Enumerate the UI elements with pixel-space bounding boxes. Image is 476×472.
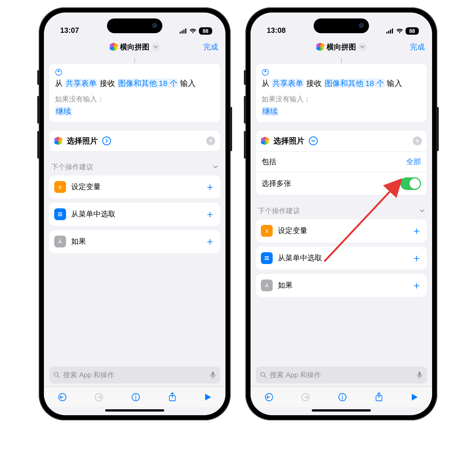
select-photos-action[interactable]: 选择照片 包括 全部 选择多张 bbox=[256, 131, 427, 195]
mic-icon[interactable] bbox=[417, 371, 422, 379]
suggestion-set-variable[interactable]: x 设定变量 ＋ bbox=[49, 176, 220, 198]
share-button[interactable] bbox=[375, 392, 383, 402]
input-icon bbox=[55, 69, 62, 76]
photos-app-icon bbox=[261, 137, 269, 145]
search-input[interactable]: 搜索 App 和操作 bbox=[49, 367, 220, 384]
shortcut-title-text: 横向拼图 bbox=[327, 42, 356, 52]
variable-icon: x bbox=[54, 181, 66, 193]
wifi-icon bbox=[189, 28, 197, 34]
info-button[interactable] bbox=[131, 392, 141, 402]
no-input-action-token[interactable]: 继续 bbox=[55, 107, 72, 116]
include-value[interactable]: 全部 bbox=[406, 157, 421, 167]
svg-rect-2 bbox=[183, 30, 184, 34]
search-placeholder: 搜索 App 和操作 bbox=[63, 370, 207, 380]
suggestions-header[interactable]: 下个操作建议 bbox=[256, 195, 427, 219]
add-icon[interactable]: ＋ bbox=[205, 207, 215, 221]
share-sheet-token[interactable]: 共享表单 bbox=[272, 79, 304, 88]
collapse-action-icon[interactable] bbox=[309, 136, 318, 145]
svg-rect-0 bbox=[180, 32, 181, 34]
chevron-down-icon[interactable] bbox=[358, 43, 366, 51]
shortcut-input-block[interactable]: 从 共享表单 接收 图像和其他 18 个 输入 如果没有输入： 继续 bbox=[49, 63, 220, 122]
redo-button bbox=[94, 392, 104, 402]
dynamic-island bbox=[314, 18, 369, 33]
home-indicator bbox=[312, 409, 371, 412]
run-button[interactable] bbox=[204, 393, 212, 401]
menu-icon bbox=[261, 252, 273, 264]
cellular-icon bbox=[386, 28, 394, 34]
bottom-toolbar bbox=[44, 386, 225, 407]
done-button[interactable]: 完成 bbox=[410, 42, 425, 52]
svg-rect-20 bbox=[265, 258, 269, 258]
no-input-action-token[interactable]: 继续 bbox=[262, 107, 279, 116]
select-photos-action[interactable]: 选择照片 bbox=[49, 131, 220, 151]
redo-button bbox=[301, 392, 310, 402]
flow-connector bbox=[134, 58, 135, 63]
action-title: 选择照片 bbox=[273, 136, 304, 146]
phone-right: 13:08 88 横向拼图 完成 bbox=[245, 7, 437, 420]
suggestion-choose-from-menu[interactable]: 从菜单中选取 ＋ bbox=[49, 203, 220, 226]
suggestion-set-variable[interactable]: x 设定变量 ＋ bbox=[256, 219, 427, 242]
include-option-row[interactable]: 包括 全部 bbox=[256, 151, 427, 172]
suggestion-if[interactable]: 如果 ＋ bbox=[256, 274, 427, 297]
search-icon bbox=[54, 372, 60, 378]
add-icon[interactable]: ＋ bbox=[411, 278, 422, 292]
branch-icon bbox=[54, 236, 66, 247]
suggestions-header[interactable]: 下个操作建议 bbox=[49, 151, 220, 176]
input-types-token[interactable]: 图像和其他 18 个 bbox=[117, 79, 178, 88]
share-sheet-token[interactable]: 共享表单 bbox=[65, 79, 97, 88]
cellular-icon bbox=[180, 28, 187, 34]
undo-button[interactable] bbox=[264, 392, 274, 402]
undo-button[interactable] bbox=[58, 392, 67, 402]
menu-icon bbox=[54, 208, 66, 220]
battery-level: 88 bbox=[199, 27, 212, 35]
home-indicator bbox=[105, 409, 164, 412]
svg-point-22 bbox=[261, 372, 265, 376]
mic-icon[interactable] bbox=[210, 371, 216, 379]
nav-bar: 横向拼图 完成 bbox=[44, 37, 225, 57]
dynamic-island bbox=[107, 18, 162, 33]
share-button[interactable] bbox=[168, 392, 177, 402]
search-icon bbox=[260, 372, 267, 378]
wifi-icon bbox=[396, 28, 403, 34]
shortcut-title[interactable]: 横向拼图 bbox=[316, 42, 366, 52]
svg-point-7 bbox=[54, 372, 58, 376]
delete-action-icon[interactable] bbox=[206, 136, 215, 145]
svg-rect-3 bbox=[185, 28, 186, 34]
select-multiple-toggle[interactable] bbox=[400, 177, 421, 190]
status-time: 13:08 bbox=[267, 26, 286, 35]
select-multiple-row[interactable]: 选择多张 bbox=[256, 172, 427, 195]
svg-rect-23 bbox=[418, 372, 421, 376]
info-button[interactable] bbox=[338, 392, 347, 402]
svg-rect-21 bbox=[265, 259, 269, 260]
add-icon[interactable]: ＋ bbox=[205, 180, 215, 194]
no-input-label: 如果没有输入： bbox=[262, 94, 421, 104]
input-types-token[interactable]: 图像和其他 18 个 bbox=[324, 79, 385, 88]
photos-app-icon bbox=[54, 137, 62, 145]
no-input-label: 如果没有输入： bbox=[55, 94, 214, 104]
search-input[interactable]: 搜索 App 和操作 bbox=[256, 367, 427, 384]
shortcut-input-block[interactable]: 从 共享表单 接收 图像和其他 18 个 输入 如果没有输入： 继续 bbox=[256, 63, 427, 122]
nav-bar: 横向拼图 完成 bbox=[251, 37, 432, 57]
chevron-down-icon[interactable] bbox=[152, 43, 160, 51]
search-placeholder: 搜索 App 和操作 bbox=[270, 370, 414, 380]
svg-point-12 bbox=[135, 395, 137, 396]
svg-point-27 bbox=[342, 395, 343, 396]
delete-action-icon[interactable] bbox=[413, 136, 422, 145]
suggestion-choose-from-menu[interactable]: 从菜单中选取 ＋ bbox=[256, 247, 427, 270]
add-icon[interactable]: ＋ bbox=[411, 251, 422, 265]
expand-action-icon[interactable] bbox=[102, 136, 111, 145]
done-button[interactable]: 完成 bbox=[203, 42, 218, 52]
suggestion-if[interactable]: 如果 ＋ bbox=[49, 230, 220, 253]
add-icon[interactable]: ＋ bbox=[205, 235, 215, 249]
bottom-toolbar bbox=[251, 386, 432, 407]
photos-app-icon bbox=[316, 43, 324, 51]
photos-app-icon bbox=[110, 43, 118, 51]
svg-rect-8 bbox=[212, 372, 214, 376]
shortcut-title[interactable]: 横向拼图 bbox=[110, 42, 160, 52]
add-icon[interactable]: ＋ bbox=[411, 224, 422, 238]
run-button[interactable] bbox=[410, 393, 418, 401]
svg-rect-15 bbox=[388, 31, 389, 34]
phone-left: 13:07 88 横向拼图 完成 bbox=[39, 7, 231, 420]
input-icon bbox=[262, 69, 269, 76]
svg-rect-1 bbox=[182, 31, 183, 34]
